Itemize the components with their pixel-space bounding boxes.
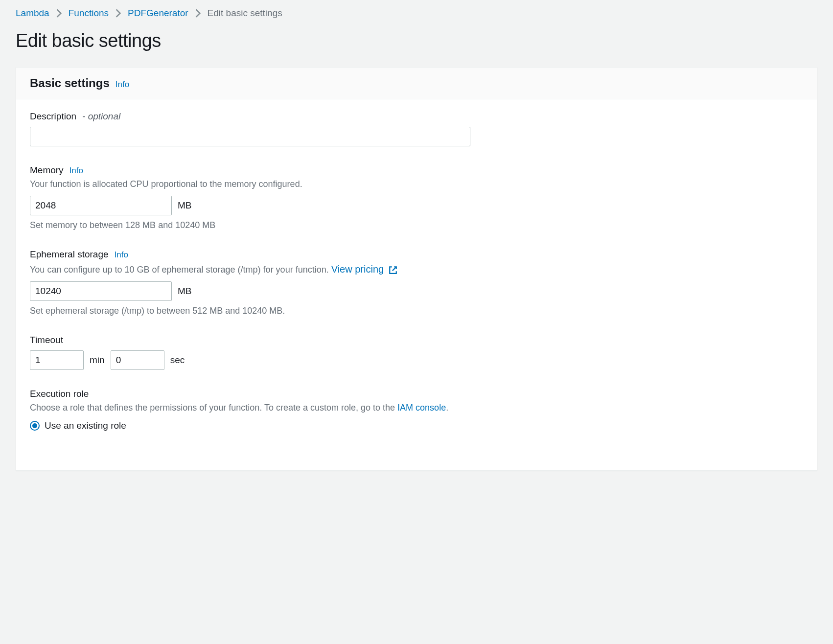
- storage-input-row: MB: [30, 281, 803, 301]
- memory-info-link[interactable]: Info: [69, 166, 83, 176]
- panel-title: Basic settings: [30, 76, 110, 90]
- breadcrumb-link-functions[interactable]: Functions: [69, 8, 109, 19]
- execution-role-label-text: Execution role: [30, 389, 89, 399]
- timeout-sec-unit: sec: [170, 355, 185, 366]
- chevron-right-icon: [116, 9, 121, 18]
- memory-constraint: Set memory to between 128 MB and 10240 M…: [30, 220, 803, 230]
- memory-description: Your function is allocated CPU proportio…: [30, 178, 803, 191]
- timeout-sec-input[interactable]: [111, 350, 164, 370]
- storage-unit: MB: [178, 286, 192, 297]
- radio-button-icon[interactable]: [30, 421, 40, 431]
- execution-role-desc-suffix: .: [446, 403, 448, 413]
- storage-group: Ephemeral storage Info You can configure…: [30, 249, 803, 316]
- external-link-icon: [389, 266, 397, 275]
- memory-label-text: Memory: [30, 165, 64, 176]
- radio-label-existing: Use an existing role: [45, 420, 126, 431]
- memory-input-row: MB: [30, 196, 803, 215]
- storage-constraint: Set ephemeral storage (/tmp) to between …: [30, 306, 803, 316]
- page-title: Edit basic settings: [16, 30, 817, 51]
- storage-info-link[interactable]: Info: [115, 250, 128, 260]
- radio-use-existing-role[interactable]: Use an existing role: [30, 420, 803, 431]
- memory-label: Memory Info: [30, 165, 803, 176]
- basic-settings-panel: Basic settings Info Description - option…: [16, 67, 817, 471]
- description-input[interactable]: [30, 127, 470, 146]
- timeout-group: Timeout min sec: [30, 335, 803, 370]
- memory-input[interactable]: [30, 196, 172, 215]
- execution-role-group: Execution role Choose a role that define…: [30, 389, 803, 431]
- storage-input[interactable]: [30, 281, 172, 301]
- breadcrumb-link-lambda[interactable]: Lambda: [16, 8, 49, 19]
- chevron-right-icon: [195, 9, 201, 18]
- storage-description: You can configure up to 10 GB of ephemer…: [30, 262, 803, 276]
- view-pricing-text: View pricing: [331, 264, 384, 275]
- breadcrumb-link-function-name[interactable]: PDFGenerator: [128, 8, 188, 19]
- breadcrumb: Lambda Functions PDFGenerator Edit basic…: [16, 8, 817, 19]
- chevron-right-icon: [56, 9, 62, 18]
- memory-unit: MB: [178, 200, 192, 211]
- panel-header: Basic settings Info: [16, 68, 817, 99]
- memory-group: Memory Info Your function is allocated C…: [30, 165, 803, 230]
- execution-role-label: Execution role: [30, 389, 803, 399]
- timeout-min-input[interactable]: [30, 350, 84, 370]
- optional-suffix: - optional: [82, 111, 120, 122]
- timeout-label-text: Timeout: [30, 335, 63, 345]
- storage-label-text: Ephemeral storage: [30, 249, 109, 260]
- description-label-text: Description: [30, 111, 76, 122]
- breadcrumb-current: Edit basic settings: [208, 8, 282, 19]
- view-pricing-link[interactable]: View pricing: [331, 264, 397, 275]
- execution-role-description: Choose a role that defines the permissio…: [30, 401, 803, 414]
- timeout-input-row: min sec: [30, 350, 803, 370]
- info-link[interactable]: Info: [116, 80, 129, 90]
- storage-desc-text: You can configure up to 10 GB of ephemer…: [30, 265, 331, 275]
- description-label: Description - optional: [30, 111, 803, 122]
- timeout-label: Timeout: [30, 335, 803, 345]
- timeout-min-unit: min: [90, 355, 105, 366]
- iam-console-link[interactable]: IAM console: [397, 403, 446, 413]
- storage-label: Ephemeral storage Info: [30, 249, 803, 260]
- execution-role-desc-prefix: Choose a role that defines the permissio…: [30, 403, 397, 413]
- description-group: Description - optional: [30, 111, 803, 146]
